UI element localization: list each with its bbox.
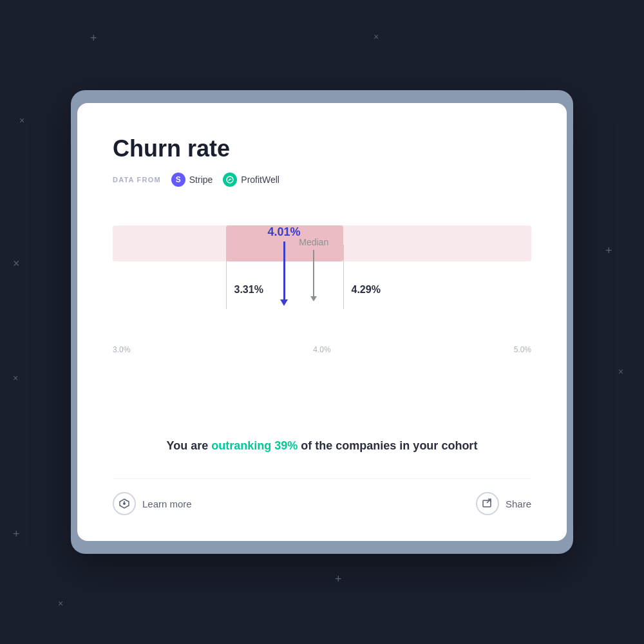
median-marker: Median bbox=[299, 237, 328, 301]
card-footer: Learn more Share bbox=[113, 478, 531, 515]
current-value-line bbox=[283, 242, 285, 299]
bg-mark: × bbox=[618, 367, 623, 376]
bg-mark: × bbox=[13, 374, 18, 383]
learn-more-label: Learn more bbox=[142, 498, 192, 509]
profitwell-icon bbox=[223, 173, 237, 187]
page-title: Churn rate bbox=[113, 135, 531, 162]
data-from-row: DATA FROM S Stripe ProfitWell bbox=[113, 173, 531, 187]
learn-more-icon bbox=[113, 492, 136, 515]
current-value-label: 4.01% bbox=[268, 225, 301, 239]
cohort-message: You are outranking 39% of the companies … bbox=[113, 439, 531, 453]
median-tip bbox=[310, 296, 317, 301]
chart-container: 3.31% 4.29% 4.01% Median 3.0% 4.0 bbox=[113, 225, 531, 354]
data-from-label: DATA FROM bbox=[113, 176, 161, 184]
xaxis-label-2: 4.0% bbox=[313, 345, 330, 354]
bg-mark: × bbox=[19, 116, 24, 125]
svg-point-2 bbox=[123, 502, 126, 505]
bg-mark: × bbox=[13, 258, 20, 269]
chart-divider-right bbox=[343, 245, 344, 309]
bg-mark: + bbox=[90, 32, 97, 44]
card-wrapper: Churn rate DATA FROM S Stripe ProfitWell bbox=[71, 90, 573, 554]
bg-mark: × bbox=[58, 599, 63, 608]
svg-line-5 bbox=[487, 499, 491, 503]
svg-rect-4 bbox=[483, 500, 491, 507]
bg-mark: + bbox=[605, 245, 612, 256]
xaxis-label-3: 5.0% bbox=[514, 345, 531, 354]
learn-more-button[interactable]: Learn more bbox=[113, 492, 192, 515]
stripe-icon: S bbox=[171, 173, 185, 187]
stripe-source: S Stripe bbox=[171, 173, 213, 187]
share-button[interactable]: Share bbox=[476, 492, 531, 515]
xaxis: 3.0% 4.0% 5.0% bbox=[113, 345, 531, 354]
chart-left-value: 3.31% bbox=[234, 284, 263, 296]
chart-right-value: 4.29% bbox=[352, 284, 381, 296]
share-icon bbox=[476, 492, 499, 515]
bg-mark: × bbox=[374, 32, 379, 41]
current-value-tip bbox=[280, 299, 288, 306]
card: Churn rate DATA FROM S Stripe ProfitWell bbox=[77, 103, 567, 541]
current-value-marker: 4.01% bbox=[268, 225, 301, 306]
median-line bbox=[313, 250, 314, 296]
bg-mark: + bbox=[335, 573, 342, 585]
stripe-label: Stripe bbox=[189, 175, 213, 185]
share-label: Share bbox=[506, 498, 531, 509]
profitwell-label: ProfitWell bbox=[241, 175, 279, 185]
bg-mark: + bbox=[13, 528, 20, 540]
median-label: Median bbox=[299, 237, 328, 247]
cohort-prefix: You are bbox=[167, 439, 212, 452]
chart-divider-left bbox=[226, 245, 227, 309]
profitwell-source: ProfitWell bbox=[223, 173, 279, 187]
cohort-highlight: outranking 39% bbox=[211, 439, 298, 452]
cohort-suffix: of the companies in your cohort bbox=[298, 439, 477, 452]
chart-area: 3.31% 4.29% 4.01% Median 3.0% 4.0 bbox=[113, 225, 531, 407]
xaxis-label-1: 3.0% bbox=[113, 345, 130, 354]
